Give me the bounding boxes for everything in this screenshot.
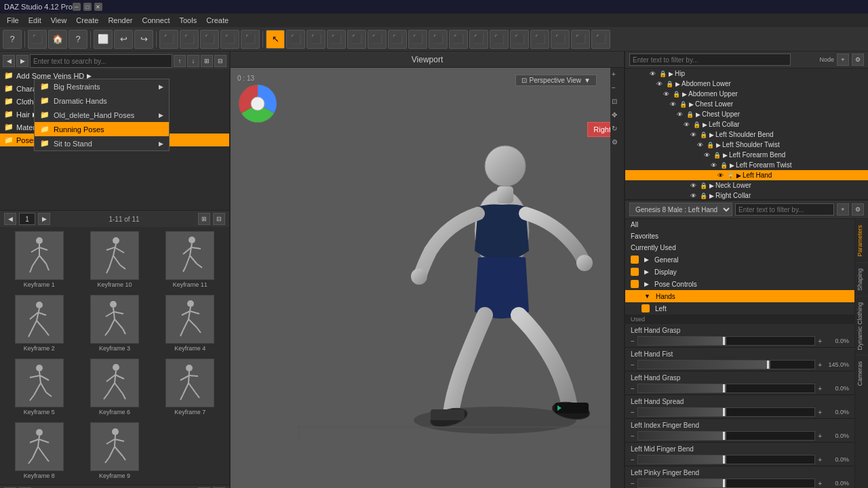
- eye-icon[interactable]: 👁: [704, 152, 712, 159]
- scene-abdomen-upper[interactable]: 👁 🔒 ▶ Abdomen Upper: [625, 89, 868, 99]
- tool10[interactable]: ⬛: [286, 30, 305, 49]
- view-toggle-button[interactable]: ⊞: [198, 213, 210, 225]
- tool8[interactable]: ⬛: [241, 30, 260, 49]
- dropdown-running-poses[interactable]: 📁 Running Poses: [35, 122, 169, 136]
- minimize-button[interactable]: ─: [73, 3, 81, 11]
- keyframe-9-thumb[interactable]: Keyframe 9: [78, 421, 151, 482]
- tab-cameras[interactable]: Cameras: [855, 355, 868, 392]
- viewport-canvas[interactable]: 0 : 13: [231, 68, 624, 488]
- cat-pose-controls[interactable]: ▶ Pose Controls: [625, 278, 854, 290]
- params-search-input[interactable]: [735, 203, 834, 216]
- slider-track[interactable]: [637, 407, 815, 417]
- keyframe-7-thumb[interactable]: Keyframe 7: [154, 357, 226, 418]
- eye-icon[interactable]: 👁: [684, 121, 692, 128]
- menu-file[interactable]: File: [3, 15, 23, 26]
- cat-currently-used[interactable]: Currently Used: [625, 242, 854, 253]
- nav-end-button[interactable]: ⊟: [214, 55, 226, 67]
- vp-settings[interactable]: ⚙: [612, 138, 623, 149]
- cat-general[interactable]: ▶ General: [625, 253, 854, 266]
- slider-minus[interactable]: −: [631, 480, 635, 487]
- scene-left-collar[interactable]: 👁 🔒 ▶ Left Collar: [625, 119, 868, 129]
- menu-connect[interactable]: Connect: [138, 15, 174, 26]
- params-selector[interactable]: Genesis 8 Male : Left Hand: [629, 203, 732, 216]
- scene-left-forearm-bend[interactable]: 👁 🔒 ▶ Left Forearm Bend: [625, 150, 868, 160]
- eye-icon[interactable]: 👁: [690, 131, 698, 138]
- cat-hands[interactable]: ▼ Hands: [625, 290, 854, 302]
- menu-view[interactable]: View: [47, 15, 71, 26]
- dropdown-big-restraints[interactable]: 📁 Big Restraints ▶: [35, 79, 169, 94]
- eye-icon[interactable]: 👁: [697, 142, 705, 148]
- slider-minus[interactable]: −: [631, 385, 635, 392]
- nav-down-button[interactable]: ↓: [187, 55, 199, 67]
- dropdown-dramatic-hands[interactable]: 📁 Dramatic Hands: [35, 94, 169, 108]
- tool6[interactable]: ⬛: [200, 30, 219, 49]
- slider-track[interactable]: [637, 479, 815, 488]
- scene-right-collar[interactable]: 👁 🔒 ▶ Right Collar: [625, 190, 868, 201]
- nav-home-button[interactable]: ⊞: [201, 55, 213, 67]
- slider-plus[interactable]: +: [818, 432, 822, 440]
- menu-edit[interactable]: Edit: [24, 15, 45, 26]
- cat-all[interactable]: All: [625, 219, 854, 230]
- slider-track[interactable]: [637, 431, 815, 441]
- scene-chest-lower[interactable]: 👁 🔒 ▶ Chest Lower: [625, 99, 868, 109]
- tool24[interactable]: ⬛: [571, 30, 590, 49]
- keyframe-4-thumb[interactable]: Keyframe 4: [154, 293, 226, 354]
- menu-tools[interactable]: Tools: [175, 15, 201, 26]
- tool14[interactable]: ⬛: [368, 30, 387, 49]
- viewport-nav[interactable]: 0 : 13: [237, 75, 278, 124]
- slider-plus[interactable]: +: [818, 385, 822, 392]
- select-tool-button[interactable]: ↖: [266, 30, 285, 49]
- cat-display[interactable]: ▶ Display: [625, 266, 854, 278]
- maximize-button[interactable]: □: [83, 3, 92, 11]
- tab-dynamic-clothing[interactable]: Dynamic Clothing: [855, 296, 868, 356]
- next-page-button[interactable]: ▶: [38, 213, 50, 225]
- eye-icon[interactable]: 👁: [677, 111, 685, 118]
- tool2[interactable]: ↩: [114, 30, 133, 49]
- slider-minus[interactable]: −: [631, 361, 635, 369]
- vp-pan[interactable]: ✥: [612, 111, 623, 122]
- eye-icon[interactable]: 👁: [670, 101, 678, 108]
- cat-left[interactable]: Left: [625, 302, 854, 314]
- tool5[interactable]: ⬛: [180, 30, 199, 49]
- tool13[interactable]: ⬛: [347, 30, 366, 49]
- tool15[interactable]: ⬛: [388, 30, 407, 49]
- slider-plus[interactable]: +: [818, 361, 822, 369]
- search-input[interactable]: [30, 54, 172, 68]
- keyframe-6-thumb[interactable]: Keyframe 6: [78, 357, 151, 418]
- tool1[interactable]: ⬜: [94, 30, 113, 49]
- slider-plus[interactable]: +: [818, 409, 822, 416]
- keyframe-3-thumb[interactable]: Keyframe 3: [78, 293, 151, 354]
- nav-wheel[interactable]: [237, 83, 278, 124]
- keyframe-11-thumb[interactable]: Keyframe 11: [154, 230, 226, 291]
- menu-create2[interactable]: Create: [202, 15, 233, 26]
- close-button[interactable]: ✕: [94, 3, 102, 11]
- scene-left-shoulder-bend[interactable]: 👁 🔒 ▶ Left Shoulder Bend: [625, 129, 868, 140]
- dropdown-hand-poses[interactable]: 📁 Old_delete_Hand Poses ▶: [35, 108, 169, 122]
- slider-plus[interactable]: +: [818, 338, 822, 345]
- page-input[interactable]: [19, 213, 35, 225]
- tool22[interactable]: ⬛: [530, 30, 549, 49]
- scene-button[interactable]: ⬛: [28, 30, 47, 49]
- eye-icon[interactable]: 👁: [650, 70, 658, 77]
- perspective-view-button[interactable]: ⊡ Perspective View ▼: [515, 75, 597, 86]
- tool16[interactable]: ⬛: [408, 30, 427, 49]
- eye-icon[interactable]: 👁: [717, 172, 726, 179]
- vp-fit[interactable]: ⊡: [612, 98, 623, 108]
- keyframe-1-thumb[interactable]: Keyframe 1: [3, 230, 75, 291]
- question-button[interactable]: ?: [68, 30, 87, 49]
- slider-minus[interactable]: −: [631, 456, 635, 464]
- slider-plus[interactable]: +: [818, 456, 822, 464]
- keyframe-2-thumb[interactable]: Keyframe 2: [3, 293, 75, 354]
- tool21[interactable]: ⬛: [510, 30, 529, 49]
- slider-track[interactable]: [637, 455, 815, 464]
- tool25[interactable]: ⬛: [591, 30, 610, 49]
- tab-parameters[interactable]: Parameters: [855, 219, 868, 262]
- slider-track[interactable]: [637, 360, 815, 369]
- params-settings-button[interactable]: ⚙: [852, 203, 864, 216]
- prev-page-button[interactable]: ◀: [4, 213, 16, 225]
- dropdown-sit-to-stand[interactable]: 📁 Sit to Stand ▶: [35, 136, 169, 150]
- nav-up-button[interactable]: ↑: [174, 55, 186, 67]
- tool4[interactable]: ⬛: [159, 30, 178, 49]
- scene-search-input[interactable]: [629, 54, 791, 66]
- home-button[interactable]: 🏠: [48, 30, 67, 49]
